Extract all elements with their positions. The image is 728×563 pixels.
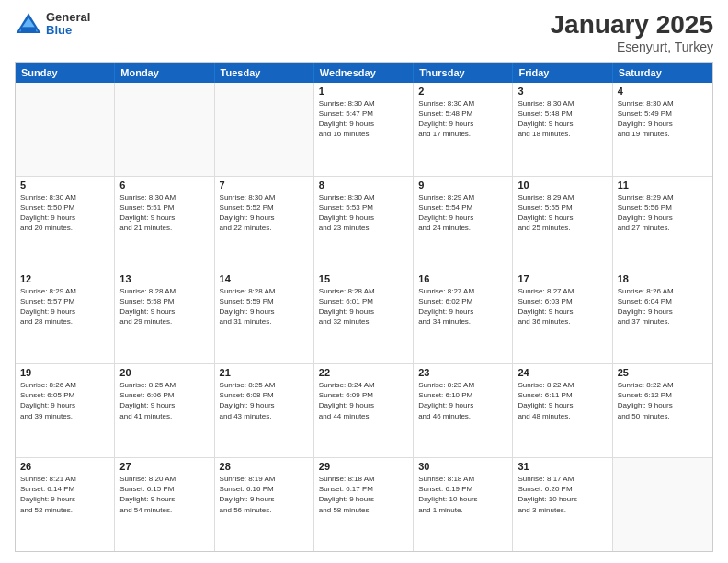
cell-info: Sunrise: 8:18 AMSunset: 6:19 PMDaylight:… — [418, 474, 507, 515]
day-number: 15 — [319, 273, 408, 284]
cell-info: Sunrise: 8:30 AMSunset: 5:47 PMDaylight:… — [319, 98, 408, 140]
header-monday: Monday — [115, 63, 214, 83]
day-number: 21 — [220, 367, 309, 378]
calendar-cell: 1Sunrise: 8:30 AMSunset: 5:47 PMDaylight… — [314, 83, 414, 176]
calendar-cell: 6Sunrise: 8:30 AMSunset: 5:51 PMDaylight… — [115, 177, 214, 270]
day-number: 7 — [220, 179, 309, 190]
calendar-cell: 26Sunrise: 8:21 AMSunset: 6:14 PMDayligh… — [16, 458, 115, 551]
cell-info: Sunrise: 8:22 AMSunset: 6:12 PMDaylight:… — [618, 380, 708, 421]
calendar-cell: 12Sunrise: 8:29 AMSunset: 5:57 PMDayligh… — [16, 270, 115, 363]
calendar-cell: 16Sunrise: 8:27 AMSunset: 6:02 PMDayligh… — [414, 270, 513, 363]
cell-info: Sunrise: 8:30 AMSunset: 5:53 PMDaylight:… — [319, 192, 408, 234]
cell-info: Sunrise: 8:23 AMSunset: 6:10 PMDaylight:… — [418, 380, 507, 421]
calendar-cell — [613, 458, 712, 551]
cell-info: Sunrise: 8:18 AMSunset: 6:17 PMDaylight:… — [319, 474, 408, 515]
svg-rect-2 — [21, 28, 37, 34]
day-number: 19 — [20, 367, 109, 378]
logo-icon — [15, 11, 42, 37]
day-number: 12 — [20, 273, 109, 284]
calendar-body: 1Sunrise: 8:30 AMSunset: 5:47 PMDaylight… — [16, 83, 712, 551]
day-number: 16 — [418, 273, 507, 284]
calendar-cell: 7Sunrise: 8:30 AMSunset: 5:52 PMDaylight… — [215, 177, 314, 270]
cell-info: Sunrise: 8:29 AMSunset: 5:57 PMDaylight:… — [20, 286, 109, 327]
cell-info: Sunrise: 8:27 AMSunset: 6:02 PMDaylight:… — [418, 286, 507, 327]
calendar-cell — [115, 83, 214, 176]
calendar-cell: 11Sunrise: 8:29 AMSunset: 5:56 PMDayligh… — [613, 177, 712, 270]
calendar-cell: 27Sunrise: 8:20 AMSunset: 6:15 PMDayligh… — [115, 458, 214, 551]
calendar-cell: 10Sunrise: 8:29 AMSunset: 5:55 PMDayligh… — [513, 177, 612, 270]
calendar-cell: 9Sunrise: 8:29 AMSunset: 5:54 PMDaylight… — [414, 177, 513, 270]
calendar-cell: 13Sunrise: 8:28 AMSunset: 5:58 PMDayligh… — [115, 270, 214, 363]
day-number: 5 — [20, 179, 109, 190]
cell-info: Sunrise: 8:20 AMSunset: 6:15 PMDaylight:… — [119, 474, 209, 515]
calendar-cell: 23Sunrise: 8:23 AMSunset: 6:10 PMDayligh… — [414, 364, 513, 457]
cell-info: Sunrise: 8:29 AMSunset: 5:55 PMDaylight:… — [518, 192, 607, 234]
cell-info: Sunrise: 8:28 AMSunset: 5:59 PMDaylight:… — [220, 286, 309, 327]
day-number: 10 — [518, 179, 607, 190]
cell-info: Sunrise: 8:25 AMSunset: 6:06 PMDaylight:… — [119, 380, 209, 421]
cell-info: Sunrise: 8:29 AMSunset: 5:54 PMDaylight:… — [418, 192, 507, 234]
header-saturday: Saturday — [613, 63, 712, 83]
cell-info: Sunrise: 8:22 AMSunset: 6:11 PMDaylight:… — [518, 380, 607, 421]
calendar-row: 5Sunrise: 8:30 AMSunset: 5:50 PMDaylight… — [16, 177, 712, 270]
day-number: 30 — [418, 461, 507, 472]
calendar-cell: 28Sunrise: 8:19 AMSunset: 6:16 PMDayligh… — [215, 458, 314, 551]
logo-text: General Blue — [46, 11, 90, 38]
calendar-cell: 18Sunrise: 8:26 AMSunset: 6:04 PMDayligh… — [613, 270, 712, 363]
header-sunday: Sunday — [16, 63, 115, 83]
cell-info: Sunrise: 8:28 AMSunset: 5:58 PMDaylight:… — [119, 286, 209, 327]
cell-info: Sunrise: 8:24 AMSunset: 6:09 PMDaylight:… — [319, 380, 408, 421]
calendar-cell — [16, 83, 115, 176]
title-block: January 2025 Esenyurt, Turkey — [551, 11, 713, 54]
cell-info: Sunrise: 8:28 AMSunset: 6:01 PMDaylight:… — [319, 286, 408, 327]
calendar-cell: 3Sunrise: 8:30 AMSunset: 5:48 PMDaylight… — [513, 83, 612, 176]
calendar-cell: 22Sunrise: 8:24 AMSunset: 6:09 PMDayligh… — [314, 364, 414, 457]
cell-info: Sunrise: 8:21 AMSunset: 6:14 PMDaylight:… — [20, 474, 109, 515]
cell-info: Sunrise: 8:30 AMSunset: 5:48 PMDaylight:… — [418, 98, 507, 140]
day-number: 22 — [319, 367, 408, 378]
calendar-cell: 17Sunrise: 8:27 AMSunset: 6:03 PMDayligh… — [513, 270, 612, 363]
day-number: 27 — [119, 461, 209, 472]
day-number: 20 — [119, 367, 209, 378]
calendar-cell: 4Sunrise: 8:30 AMSunset: 5:49 PMDaylight… — [613, 83, 712, 176]
page: General Blue January 2025 Esenyurt, Turk… — [0, 0, 728, 563]
calendar-row: 1Sunrise: 8:30 AMSunset: 5:47 PMDaylight… — [16, 83, 712, 177]
calendar-cell: 25Sunrise: 8:22 AMSunset: 6:12 PMDayligh… — [613, 364, 712, 457]
day-number: 2 — [418, 86, 507, 97]
calendar-cell: 8Sunrise: 8:30 AMSunset: 5:53 PMDaylight… — [314, 177, 414, 270]
day-number: 25 — [618, 367, 708, 378]
cell-info: Sunrise: 8:27 AMSunset: 6:03 PMDaylight:… — [518, 286, 607, 327]
calendar-cell: 5Sunrise: 8:30 AMSunset: 5:50 PMDaylight… — [16, 177, 115, 270]
day-number: 11 — [618, 179, 708, 190]
calendar-cell: 15Sunrise: 8:28 AMSunset: 6:01 PMDayligh… — [314, 270, 414, 363]
day-number: 26 — [20, 461, 109, 472]
header: General Blue January 2025 Esenyurt, Turk… — [15, 11, 713, 54]
day-number: 1 — [319, 86, 408, 97]
cell-info: Sunrise: 8:30 AMSunset: 5:51 PMDaylight:… — [119, 192, 209, 234]
calendar-row: 19Sunrise: 8:26 AMSunset: 6:05 PMDayligh… — [16, 364, 712, 458]
header-thursday: Thursday — [414, 63, 513, 83]
cell-info: Sunrise: 8:30 AMSunset: 5:52 PMDaylight:… — [220, 192, 309, 234]
cell-info: Sunrise: 8:30 AMSunset: 5:48 PMDaylight:… — [518, 98, 607, 140]
calendar-subtitle: Esenyurt, Turkey — [551, 40, 713, 54]
day-number: 23 — [418, 367, 507, 378]
calendar-cell — [215, 83, 314, 176]
day-number: 8 — [319, 179, 408, 190]
calendar-row: 12Sunrise: 8:29 AMSunset: 5:57 PMDayligh… — [16, 270, 712, 364]
cell-info: Sunrise: 8:29 AMSunset: 5:56 PMDaylight:… — [618, 192, 708, 234]
calendar-row: 26Sunrise: 8:21 AMSunset: 6:14 PMDayligh… — [16, 458, 712, 551]
day-number: 6 — [119, 179, 209, 190]
day-number: 28 — [220, 461, 309, 472]
cell-info: Sunrise: 8:26 AMSunset: 6:04 PMDaylight:… — [618, 286, 708, 327]
header-tuesday: Tuesday — [215, 63, 314, 83]
day-number: 3 — [518, 86, 607, 97]
day-number: 13 — [119, 273, 209, 284]
logo-line2: Blue — [46, 24, 90, 37]
day-number: 9 — [418, 179, 507, 190]
day-number: 14 — [220, 273, 309, 284]
calendar-title: January 2025 — [551, 11, 713, 40]
calendar: Sunday Monday Tuesday Wednesday Thursday… — [15, 62, 713, 552]
header-friday: Friday — [513, 63, 612, 83]
calendar-cell: 24Sunrise: 8:22 AMSunset: 6:11 PMDayligh… — [513, 364, 612, 457]
cell-info: Sunrise: 8:30 AMSunset: 5:49 PMDaylight:… — [618, 98, 708, 140]
